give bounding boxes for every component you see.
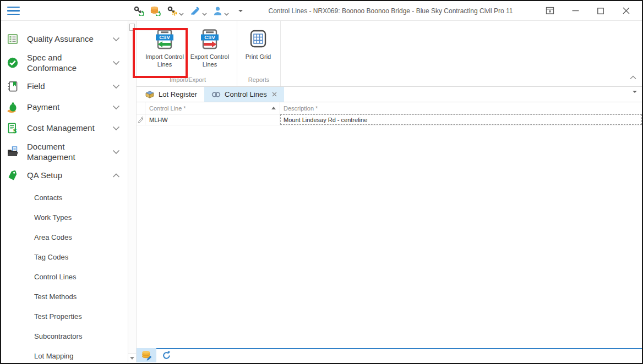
sidebar-subitem-subcontractors[interactable]: Subcontractors xyxy=(1,327,128,346)
sidebar-item-label: Spec and Conformance xyxy=(27,52,104,74)
window-controls xyxy=(537,2,642,20)
scrollbar-thumb[interactable] xyxy=(129,24,135,31)
more-dropdown-button[interactable] xyxy=(234,9,244,13)
sort-ascending-icon xyxy=(271,107,276,109)
titlebar-toolbar xyxy=(132,5,244,16)
field-notebook-icon xyxy=(7,80,19,92)
hamburger-menu-icon[interactable] xyxy=(7,7,20,15)
column-header-label: Control Line * xyxy=(149,105,186,112)
sidebar-item-payment[interactable]: Payment xyxy=(1,97,128,118)
sidebar-item-label: Document Management xyxy=(27,141,104,163)
minimize-button[interactable] xyxy=(563,2,588,20)
tab-lot-register[interactable]: Lot Register xyxy=(138,87,204,102)
minimize-icon xyxy=(572,10,579,12)
window-title: Control Lines - NRX069: Boonoo Boonoo Br… xyxy=(244,7,537,15)
checklist-icon xyxy=(7,33,19,45)
sidebar-subitem-area-codes[interactable]: Area Codes xyxy=(1,228,128,247)
user-icon xyxy=(213,6,222,16)
app-body: Quality Assurance Spec and Conformance F… xyxy=(1,21,642,362)
app-window: Control Lines - NRX069: Boonoo Boonoo Br… xyxy=(0,0,643,364)
chevron-down-icon xyxy=(179,13,184,16)
sidebar-subitem-lot-mapping[interactable]: Lot Mapping xyxy=(1,346,128,362)
user-key-refresh-button[interactable] xyxy=(132,5,145,16)
grid-row[interactable]: MLHW Mount Lindesay Rd - centreline xyxy=(137,114,642,125)
pencil-icon xyxy=(138,117,144,123)
import-control-lines-button[interactable]: CSV Import Control Lines xyxy=(142,28,187,75)
print-grid-icon xyxy=(249,29,268,49)
svg-text:CSV: CSV xyxy=(204,34,215,40)
ribbon-button-label: Export Control Lines xyxy=(187,53,232,69)
grid-header-control-line[interactable]: Control Line * xyxy=(145,102,280,114)
qa-setup-tag-icon xyxy=(7,169,19,181)
database-refresh-icon xyxy=(150,5,161,16)
check-circle-icon xyxy=(7,57,19,69)
tab-label: Lot Register xyxy=(159,90,197,98)
grid-indicator-header xyxy=(137,102,145,114)
sidebar-subitem-tag-codes[interactable]: Tag Codes xyxy=(1,247,128,267)
dock-window-button[interactable] xyxy=(537,2,563,20)
ribbon-group-reports: Print Grid Reports xyxy=(237,21,281,86)
box-icon xyxy=(145,90,155,98)
cell-description-focused[interactable]: Mount Lindesay Rd - centreline xyxy=(280,114,642,125)
chevron-up-icon xyxy=(630,75,636,80)
chevron-down-icon xyxy=(224,13,229,16)
grid-header-description[interactable]: Description * xyxy=(280,102,642,114)
sidebar-item-cost-management[interactable]: $ Cost Management xyxy=(1,118,128,139)
tools-button[interactable] xyxy=(189,5,208,16)
cell-control-line[interactable]: MLHW xyxy=(145,114,280,125)
cost-management-icon: $ xyxy=(7,122,19,134)
scrollbar-down-button[interactable] xyxy=(128,353,136,362)
sidebar-item-quality-assurance[interactable]: Quality Assurance xyxy=(1,29,128,49)
database-refresh-button[interactable] xyxy=(149,5,162,16)
csv-export-icon: CSV xyxy=(200,29,219,49)
close-button[interactable] xyxy=(613,2,639,20)
grid-empty-area xyxy=(137,125,642,348)
document-management-icon xyxy=(7,146,19,158)
statusbar xyxy=(137,348,642,362)
ribbon-button-label: Print Grid xyxy=(246,53,271,60)
ribbon-button-label: Import Control Lines xyxy=(142,53,187,69)
print-grid-button[interactable]: Print Grid xyxy=(241,28,276,75)
column-header-label: Description * xyxy=(284,105,318,112)
sidebar-item-field[interactable]: Field xyxy=(1,76,128,97)
payment-icon xyxy=(7,101,19,113)
refresh-icon xyxy=(162,351,171,360)
sidebar-subitem-contacts[interactable]: Contacts xyxy=(1,188,128,208)
tab-list-dropdown-button[interactable] xyxy=(633,93,637,103)
user-key-settings-button[interactable] xyxy=(166,5,185,16)
tab-control-lines[interactable]: Control Lines xyxy=(204,87,284,102)
sidebar: Quality Assurance Spec and Conformance F… xyxy=(1,21,128,362)
caret-down-icon xyxy=(633,91,637,102)
ribbon-collapse-button[interactable] xyxy=(630,72,636,82)
sidebar-item-document-management[interactable]: Document Management xyxy=(1,139,128,165)
ribbon-group-import-export: CSV Import Control Lines CSV xyxy=(139,21,237,86)
tab-close-button[interactable] xyxy=(272,92,277,97)
sidebar-item-qa-setup[interactable]: QA Setup xyxy=(1,165,128,186)
titlebar: Control Lines - NRX069: Boonoo Boonoo Br… xyxy=(1,1,642,21)
row-edit-indicator xyxy=(137,114,145,125)
user-key-settings-icon xyxy=(167,5,177,16)
chevron-down-icon xyxy=(112,58,120,68)
sidebar-item-label: Field xyxy=(27,81,104,92)
close-icon xyxy=(272,92,277,97)
sidebar-subitem-test-methods[interactable]: Test Methods xyxy=(1,287,128,307)
sidebar-item-label: QA Setup xyxy=(27,170,104,181)
dock-window-icon xyxy=(546,7,554,15)
export-control-lines-button[interactable]: CSV Export Control Lines xyxy=(187,28,232,75)
user-account-button[interactable] xyxy=(212,5,230,16)
chevron-down-icon xyxy=(112,147,120,157)
sidebar-subitem-control-lines[interactable]: Control Lines xyxy=(1,267,128,287)
maximize-button[interactable] xyxy=(588,2,613,20)
sidebar-item-spec-and-conformance[interactable]: Spec and Conformance xyxy=(1,49,128,76)
close-icon xyxy=(623,7,630,14)
database-edit-icon xyxy=(141,350,152,361)
edit-data-button[interactable] xyxy=(137,348,156,362)
refresh-button[interactable] xyxy=(156,348,176,362)
sidebar-subitem-work-types[interactable]: Work Types xyxy=(1,208,128,228)
ribbon-group-label: Reports xyxy=(237,75,280,86)
sidebar-item-label: Quality Assurance xyxy=(27,34,104,45)
sidebar-scrollbar[interactable] xyxy=(128,21,137,362)
sidebar-subitem-test-properties[interactable]: Test Properties xyxy=(1,307,128,327)
chevron-down-icon xyxy=(112,102,120,112)
ribbon-group-label: Import/Export xyxy=(139,75,237,86)
